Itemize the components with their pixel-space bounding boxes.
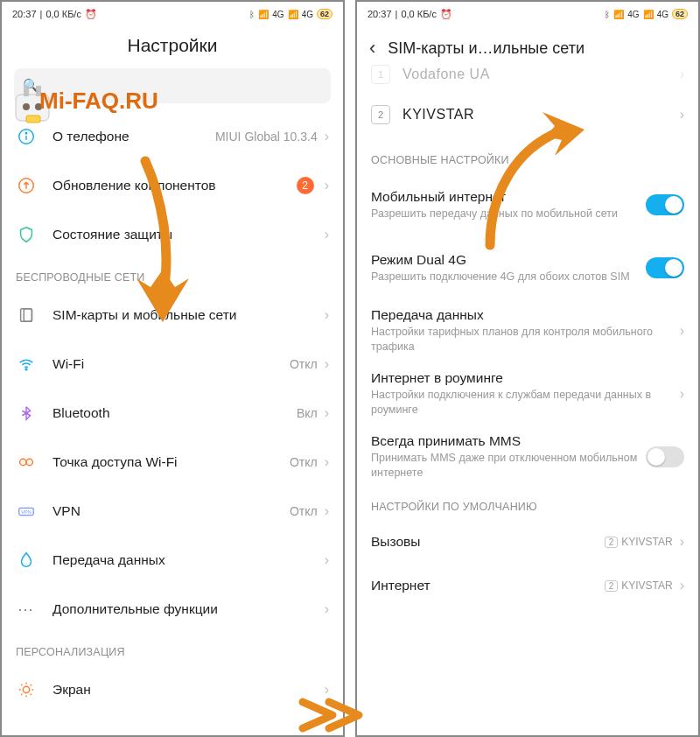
about-label: О телефоне (52, 129, 208, 144)
section-main: ОСНОВНЫЕ НАСТРОЙКИ (357, 142, 698, 173)
svg-point-6 (25, 368, 27, 370)
wifi-icon (16, 354, 37, 375)
vpn-label: VPN (52, 503, 283, 519)
row-sim-1[interactable]: 1 Vodafone UA › (357, 61, 698, 88)
battery-icon: 62 (317, 9, 332, 19)
data-transfer-sub: Настройки тарифных планов для контроля м… (371, 325, 673, 354)
page-title: Настройки (2, 35, 343, 56)
update-badge: 2 (297, 177, 314, 194)
dual4g-toggle[interactable] (646, 257, 684, 278)
sim-1-name: Vodafone UA (402, 67, 673, 82)
row-mobile-internet[interactable]: Мобильный интернет Разрешить передачу да… (357, 173, 698, 236)
drop-icon (16, 550, 37, 571)
internet-title: Интернет (371, 578, 605, 593)
row-vpn[interactable]: VPN VPN Откл › (2, 487, 343, 536)
row-calls[interactable]: Вызовы 2 KYIVSTAR › (357, 520, 698, 564)
row-data-plans[interactable]: Передача данных Настройки тарифных плано… (357, 299, 698, 362)
chevron-right-icon: › (680, 323, 684, 339)
sim-label: SIM-карты и мобильные сети (52, 307, 318, 323)
security-label: Состояние защиты (52, 227, 318, 242)
row-security[interactable]: Состояние защиты › (2, 210, 343, 259)
header: Настройки (2, 26, 343, 68)
row-wifi[interactable]: Wi-Fi Откл › (2, 340, 343, 389)
dual4g-sub: Разрешить подключение 4G для обоих слото… (371, 270, 646, 284)
chevron-right-icon: › (325, 503, 329, 519)
sim-2-name: KYIVSTAR (402, 107, 673, 123)
chevron-right-icon: › (325, 682, 329, 698)
row-dual-4g[interactable]: Режим Dual 4G Разрешить подключение 4G д… (357, 236, 698, 299)
chevron-right-icon: › (680, 578, 684, 593)
page-title: SIM-карты и…ильные сети (388, 39, 686, 58)
screen-label: Экран (52, 682, 318, 698)
mobile-net-toggle[interactable] (646, 194, 684, 215)
row-sim[interactable]: SIM-карты и мобильные сети › (2, 291, 343, 340)
calls-title: Вызовы (371, 534, 605, 550)
row-internet[interactable]: Интернет 2 KYIVSTAR › (357, 564, 698, 607)
mms-title: Всегда принимать MMS (371, 433, 646, 449)
svg-point-8 (26, 459, 32, 465)
svg-point-7 (20, 459, 26, 465)
row-about-phone[interactable]: О телефоне MIUI Global 10.3.4 › (2, 112, 343, 161)
sim-icon (16, 305, 37, 326)
back-button[interactable]: ‹ (369, 37, 375, 60)
update-icon (16, 175, 37, 196)
chevron-right-icon: › (325, 307, 329, 323)
section-default: НАСТРОЙКИ ПО УМОЛЧАНИЮ (357, 488, 698, 520)
chevron-right-icon: › (325, 178, 329, 193)
vpn-value: Откл (290, 504, 318, 518)
mobile-net-sub: Разрешить передачу данных по мобильной с… (371, 207, 646, 221)
bluetooth-icon: ᛒ (249, 10, 255, 19)
status-speed: 0,0 КБ/с (46, 9, 81, 19)
more-label: Дополнительные функции (52, 601, 318, 617)
status-time: 20:37 (12, 9, 37, 19)
chevron-right-icon: › (325, 552, 329, 568)
chevron-right-icon: › (325, 227, 329, 242)
hotspot-icon (16, 452, 37, 473)
row-updates[interactable]: Обновление компонентов 2 › (2, 161, 343, 210)
battery-icon: 62 (672, 9, 688, 19)
mms-sub: Принимать MMS даже при отключенном мобил… (371, 451, 646, 481)
chevron-right-icon: › (325, 405, 329, 421)
mms-toggle[interactable] (646, 446, 684, 467)
net-label-2: 4G (302, 10, 313, 19)
more-icon: ⋯ (16, 599, 37, 620)
wifi-label: Wi-Fi (52, 356, 283, 372)
signal-icon-2: 📶 (288, 10, 298, 19)
status-right: ᛒ 📶 4G 📶 4G 62 (249, 9, 332, 19)
bt-value: Вкл (297, 406, 318, 420)
row-bluetooth[interactable]: Bluetooth Вкл › (2, 389, 343, 438)
chevron-right-icon: › (325, 129, 329, 144)
chevron-right-icon: › (680, 107, 684, 123)
phone-left: 20:37 | 0,0 КБ/с ⏰ ᛒ 📶 4G 📶 4G 62 Настро… (0, 0, 345, 737)
phone-right: 20:37 | 0,0 КБ/с ⏰ ᛒ 📶 4G 📶 4G 62 ‹ SIM-… (355, 0, 700, 737)
hotspot-value: Откл (290, 455, 318, 469)
shield-icon (16, 224, 37, 245)
about-value: MIUI Global 10.3.4 (215, 130, 318, 144)
row-screen[interactable]: Экран › (2, 665, 343, 714)
info-icon (16, 126, 37, 147)
row-mms[interactable]: Всегда принимать MMS Принимать MMS даже … (357, 425, 698, 488)
wifi-value: Откл (290, 357, 318, 371)
net-label-1: 4G (272, 10, 284, 19)
bluetooth-icon (16, 403, 37, 424)
sun-icon (16, 679, 37, 700)
row-sim-2[interactable]: 2 KYIVSTAR › (357, 88, 698, 142)
search-input[interactable]: 🔍 (14, 68, 331, 103)
signal-icon-2: 📶 (643, 10, 654, 19)
status-left: 20:37 | 0,0 КБ/с ⏰ (12, 9, 97, 20)
section-wireless: БЕСПРОВОДНЫЕ СЕТИ (2, 259, 343, 291)
svg-text:VPN: VPN (21, 509, 31, 515)
chevron-right-icon: › (325, 601, 329, 617)
status-time: 20:37 (368, 9, 392, 19)
row-hotspot[interactable]: Точка доступа Wi-Fi Откл › (2, 438, 343, 487)
chevron-right-icon: › (680, 386, 684, 402)
alarm-icon: ⏰ (85, 9, 97, 20)
status-bar: 20:37 | 0,0 КБ/с ⏰ ᛒ 📶 4G 📶 4G 62 (357, 2, 698, 26)
net-label-1: 4G (627, 10, 639, 19)
row-data-transfer[interactable]: Передача данных › (2, 536, 343, 585)
row-roaming[interactable]: Интернет в роуминге Настройки подключени… (357, 362, 698, 425)
status-speed: 0,0 КБ/с (401, 9, 437, 19)
vpn-icon: VPN (16, 501, 37, 522)
row-more[interactable]: ⋯ Дополнительные функции › (2, 585, 343, 634)
sim-1-chip: 1 (371, 65, 390, 84)
